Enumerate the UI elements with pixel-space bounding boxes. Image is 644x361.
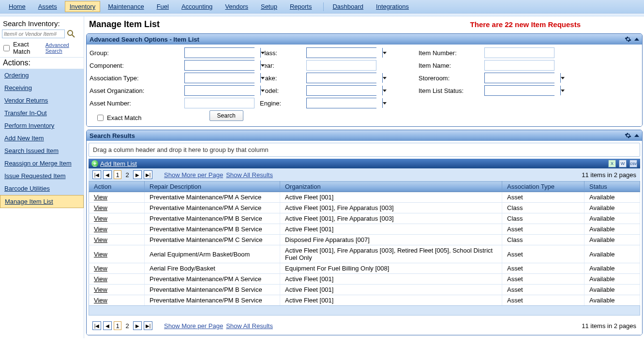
cell-assoc: Asset bbox=[502, 295, 584, 306]
view-link[interactable]: View bbox=[94, 194, 107, 201]
collapse-icon[interactable] bbox=[634, 38, 639, 41]
menu-assets[interactable]: Assets bbox=[33, 1, 62, 12]
page-1-bottom[interactable]: 1 bbox=[114, 321, 121, 330]
page-prev-button-bottom[interactable]: ◀ bbox=[103, 321, 112, 330]
item-list-status-dropdown[interactable] bbox=[484, 85, 554, 96]
view-link[interactable]: View bbox=[94, 236, 107, 243]
menu-separator bbox=[323, 2, 324, 11]
action-receiving[interactable]: Receiving bbox=[0, 82, 84, 94]
add-item-list-button[interactable]: + Add Item List bbox=[91, 160, 137, 167]
search-inventory-input[interactable] bbox=[2, 30, 65, 38]
show-more-link[interactable]: Show More per Page bbox=[164, 171, 223, 179]
exact-match-label: Exact Match bbox=[13, 41, 44, 55]
action-barcode[interactable]: Barcode Utilities bbox=[0, 182, 84, 195]
view-link[interactable]: View bbox=[94, 265, 107, 272]
page-first-button[interactable]: |◀ bbox=[92, 170, 101, 179]
col-org[interactable]: Organization bbox=[280, 181, 502, 192]
cell-repair: Preventative Maintenance/PM C Service bbox=[145, 235, 280, 245]
engine-dropdown[interactable] bbox=[306, 98, 376, 108]
item-name-input[interactable] bbox=[484, 60, 554, 71]
menu-integrations[interactable]: Integrations bbox=[371, 1, 414, 12]
action-vendor-returns[interactable]: Vendor Returns bbox=[0, 94, 84, 107]
table-row: ViewPreventative Maintenance/PM B Servic… bbox=[89, 224, 640, 235]
view-link[interactable]: View bbox=[94, 286, 107, 293]
page-1[interactable]: 1 bbox=[114, 170, 121, 179]
show-all-link[interactable]: Show All Results bbox=[226, 171, 273, 179]
menu-maintenance[interactable]: Maintenance bbox=[103, 1, 149, 12]
export-excel-icon[interactable]: X bbox=[608, 160, 616, 167]
advanced-search-link[interactable]: Advanced Search bbox=[45, 42, 82, 54]
cell-status: Available bbox=[584, 192, 640, 203]
make-dropdown[interactable] bbox=[306, 73, 376, 83]
class-dropdown[interactable] bbox=[306, 47, 376, 58]
menu-vendors[interactable]: Vendors bbox=[220, 1, 253, 12]
menu-home[interactable]: Home bbox=[4, 1, 30, 12]
view-link[interactable]: View bbox=[94, 297, 107, 304]
page-first-button-bottom[interactable]: |◀ bbox=[92, 321, 101, 330]
menu-reports[interactable]: Reports bbox=[285, 1, 317, 12]
menu-setup[interactable]: Setup bbox=[256, 1, 282, 12]
action-manage-item-list[interactable]: Manage Item List bbox=[0, 195, 84, 208]
view-link[interactable]: View bbox=[94, 251, 107, 258]
exact-match-checkbox[interactable] bbox=[3, 45, 10, 51]
group-drop-hint[interactable]: Drag a column header and drop it here to… bbox=[89, 143, 640, 157]
results-table: Action Repair Description Organization A… bbox=[89, 181, 640, 306]
label-group: Group: bbox=[90, 49, 181, 57]
show-more-link-bottom[interactable]: Show More per Page bbox=[164, 322, 223, 330]
page-last-button[interactable]: ▶| bbox=[144, 170, 152, 179]
asset-number-input[interactable] bbox=[184, 98, 255, 108]
gear-icon[interactable] bbox=[625, 132, 631, 139]
export-csv-icon[interactable]: csv bbox=[629, 160, 637, 167]
search-button[interactable]: Search bbox=[210, 110, 243, 121]
collapse-icon[interactable] bbox=[634, 134, 639, 137]
action-reassign[interactable]: Reassign or Merge Item bbox=[0, 157, 84, 170]
cell-repair: Aerial Fire Body/Basket bbox=[145, 263, 280, 274]
component-dropdown[interactable] bbox=[184, 60, 255, 71]
page-last-button-bottom[interactable]: ▶| bbox=[144, 321, 152, 330]
cell-org: Equipment For Fuel Billing Only [008] bbox=[280, 263, 502, 274]
cell-repair: Aerial Equipment/Arm Basket/Boom bbox=[145, 245, 280, 263]
menu-fuel[interactable]: Fuel bbox=[152, 1, 174, 12]
menu-accounting[interactable]: Accounting bbox=[177, 1, 217, 12]
page-next-button-bottom[interactable]: ▶ bbox=[133, 321, 142, 330]
action-transfer[interactable]: Transfer In-Out bbox=[0, 107, 84, 120]
advanced-search-panel-title: Advanced Search Options - Item List bbox=[90, 36, 199, 43]
gear-icon[interactable] bbox=[625, 36, 631, 43]
col-assoc[interactable]: Association Type bbox=[502, 181, 584, 192]
new-requests-notice[interactable]: There are 22 new Item Requests bbox=[470, 20, 639, 29]
page-prev-button[interactable]: ◀ bbox=[103, 170, 112, 179]
view-link[interactable]: View bbox=[94, 204, 107, 211]
action-add-new-item[interactable]: Add New Item bbox=[0, 132, 84, 145]
storeroom-dropdown[interactable] bbox=[484, 73, 554, 83]
page-next-button[interactable]: ▶ bbox=[133, 170, 142, 179]
view-link[interactable]: View bbox=[94, 275, 107, 283]
menu-dashboard[interactable]: Dashboard bbox=[328, 1, 368, 12]
view-link[interactable]: View bbox=[94, 215, 107, 222]
page-2-bottom[interactable]: 2 bbox=[123, 321, 131, 330]
cell-repair: Preventative Maintenance/PM B Service bbox=[145, 295, 280, 306]
export-word-icon[interactable]: W bbox=[619, 160, 627, 167]
cell-repair: Preventative Maintenance/PM B Service bbox=[145, 213, 280, 224]
view-link[interactable]: View bbox=[94, 226, 107, 233]
group-dropdown[interactable] bbox=[184, 47, 255, 58]
asset-org-dropdown[interactable] bbox=[184, 85, 255, 96]
item-number-input[interactable] bbox=[484, 47, 554, 58]
assoc-type-dropdown[interactable] bbox=[184, 73, 255, 83]
svg-point-0 bbox=[68, 30, 73, 35]
cell-status: Available bbox=[584, 203, 640, 213]
model-dropdown[interactable] bbox=[306, 85, 376, 96]
menu-inventory[interactable]: Inventory bbox=[65, 1, 100, 12]
col-status[interactable]: Status bbox=[584, 181, 640, 192]
show-all-link-bottom[interactable]: Show All Results bbox=[226, 322, 273, 330]
year-input[interactable] bbox=[306, 60, 376, 71]
page-2[interactable]: 2 bbox=[123, 170, 131, 179]
exact-match-checkbox-2[interactable] bbox=[97, 115, 104, 121]
col-action[interactable]: Action bbox=[89, 181, 145, 192]
cell-org: Active Fleet [001], Fire Apparatus [003] bbox=[280, 213, 502, 224]
action-search-issued[interactable]: Search Issued Item bbox=[0, 145, 84, 157]
action-ordering[interactable]: Ordering bbox=[0, 69, 84, 82]
col-repair[interactable]: Repair Description bbox=[145, 181, 280, 192]
action-perform-inventory[interactable]: Perform Inventory bbox=[0, 120, 84, 132]
search-icon[interactable] bbox=[67, 30, 75, 38]
action-issue-req[interactable]: Issue Requested Item bbox=[0, 170, 84, 182]
